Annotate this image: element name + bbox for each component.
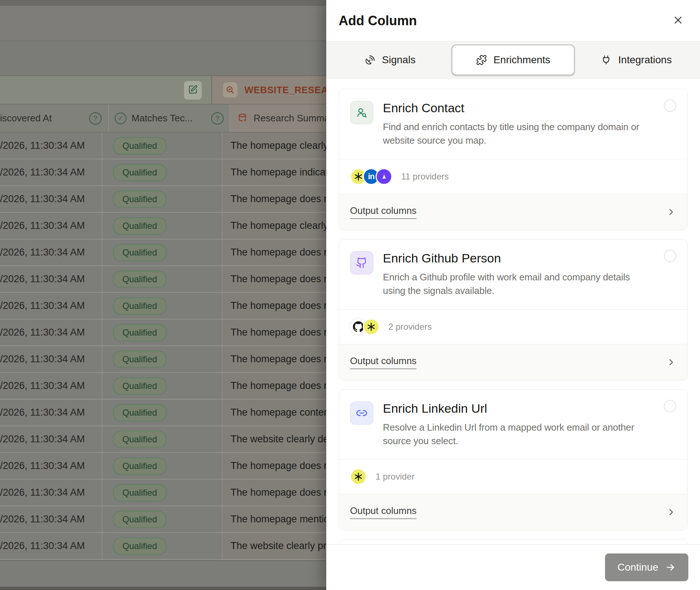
providers-row: 11 providers [339,159,687,194]
column-header-matches: ✓ Matches Tec... ? [109,105,230,132]
table-row: /2026, 11:30:34 AM Qualified The homepag… [0,213,326,239]
drawer-footer: Continue [326,544,700,590]
table-empty-area [0,561,326,587]
table-row: /2026, 11:30:34 AM Qualified The homepag… [0,293,326,319]
cell-matches: Qualified [102,293,222,319]
group-header-website-research: WEBSITE_RESEARCH [212,76,326,104]
provider-avatars [350,168,392,185]
output-columns-toggle[interactable]: Output columns [339,194,687,230]
cell-research-summary: The homepage does not [222,480,326,506]
cell-matches: Qualified [102,319,222,345]
drawer-tab[interactable]: Integrations [575,45,698,75]
continue-label: Continue [617,561,658,573]
cell-discovered-at: /2026, 11:30:34 AM [0,506,102,532]
card-icon [350,401,373,425]
card-texts: Enrich Github Person Enrich a Github pro… [383,251,676,298]
status-badge: Qualified [113,217,167,235]
table-row: /2026, 11:30:34 AM Qualified The homepag… [0,266,326,293]
cell-discovered-at: /2026, 11:30:34 AM [0,133,102,159]
table-row: /2026, 11:30:34 AM Qualified The homepag… [0,159,326,186]
plug-icon [601,54,612,65]
drawer-tab[interactable]: Signals [328,45,452,75]
cell-discovered-at: /2026, 11:30:34 AM [0,346,102,372]
provider-icon [376,168,392,185]
help-icon: ? [89,112,102,125]
cell-research-summary: The homepage mentions [222,506,326,532]
enrichment-card[interactable]: Enrich Contact Find and enrich contacts … [339,89,688,230]
close-button[interactable] [670,13,686,29]
status-badge: Qualified [113,537,167,555]
output-columns-toggle[interactable]: Output columns [339,494,687,530]
cell-matches: Qualified [102,133,222,159]
table-row: /2026, 11:30:34 AM Qualified The homepag… [0,319,326,346]
cell-matches: Qualified [102,480,222,506]
edit-pencil-icon [188,85,198,96]
chevron-right-icon [666,207,676,217]
tab-label: Signals [382,54,416,66]
table-row: /2026, 11:30:34 AM Qualified The homepag… [0,346,326,373]
card-title: Enrich Contact [383,101,647,115]
card-icon [350,251,373,275]
cell-discovered-at: /2026, 11:30:34 AM [0,400,102,426]
cell-matches: Qualified [102,239,222,265]
enrichment-card[interactable]: Enrich Github Person Enrich a Github pro… [339,239,688,381]
status-badge: Qualified [113,484,167,502]
table-row: /2026, 11:30:34 AM Qualified The homepag… [0,186,326,213]
tab-label: Enrichments [494,54,551,66]
table-row: /2026, 11:30:34 AM Qualified The homepag… [0,480,326,506]
providers-count-label: 1 provider [376,472,415,482]
output-columns-toggle[interactable]: Output columns [339,344,687,380]
providers-count-label: 11 providers [401,171,449,182]
status-badge: Qualified [113,511,167,528]
clay-asterisk-icon [354,472,363,481]
card-select-radio[interactable] [664,400,676,412]
enrichment-card[interactable]: Enrich Phone Number Find a contact phone… [339,539,688,544]
column-header-discovered-at: iscovered At ? [0,105,109,132]
status-badge: Qualified [113,377,167,395]
status-badge: Qualified [113,137,167,155]
status-badge: Qualified [113,244,167,261]
cell-discovered-at: /2026, 11:30:34 AM [0,426,102,452]
status-badge: Qualified [113,164,167,181]
cell-research-summary: The homepage does not [222,453,326,479]
group-header-label: WEBSITE_RESEARCH [244,84,326,96]
card-select-radio[interactable] [664,250,676,262]
github-mark-icon [353,321,364,332]
drawer-tab[interactable]: Enrichments [452,45,575,75]
drawer-title: Add Column [339,13,417,29]
cell-discovered-at: /2026, 11:30:34 AM [0,480,102,506]
edit-column-button [184,81,202,100]
status-badge: Qualified [113,190,167,208]
table-row: /2026, 11:30:34 AM Qualified The website… [0,533,326,560]
provider-avatars [350,468,367,485]
close-icon [673,15,683,26]
providers-row: 2 providers [339,309,687,344]
app-top-strip [0,0,326,6]
cell-matches: Qualified [102,453,222,479]
card-description: Find and enrich contacts by title using … [383,120,647,147]
cell-matches: Qualified [102,426,222,452]
cell-discovered-at: /2026, 11:30:34 AM [0,293,102,319]
table-group-header-row: WEBSITE_RESEARCH [0,75,326,104]
cell-research-summary: The website clearly pres [222,533,326,559]
app-bottom-bar [0,587,326,590]
output-columns-label: Output columns [350,505,416,519]
cell-matches: Qualified [102,400,222,426]
cell-research-summary: The homepage clearly id [222,133,326,159]
card-title: Enrich Github Person [383,251,647,265]
cell-research-summary: The homepage indicates [222,159,326,185]
provider-avatars [350,318,380,335]
continue-button[interactable]: Continue [605,553,688,581]
status-badge: Qualified [113,457,167,475]
screen: WEBSITE_RESEARCH iscovered At ? ✓ Matche… [0,0,700,590]
cell-matches: Qualified [102,213,222,239]
card-select-radio[interactable] [664,99,676,112]
output-columns-label: Output columns [350,205,416,219]
card-title: Enrich Linkedin Url [383,401,647,416]
check-circle-icon: ✓ [115,113,126,124]
column-header-label: Research Summary [254,113,326,124]
enrichment-card[interactable]: Enrich Linkedin Url Resolve a Linkedin U… [339,389,688,531]
cell-discovered-at: /2026, 11:30:34 AM [0,213,102,239]
column-header-research-summary: Research Summary [230,105,326,132]
dimmed-backdrop[interactable]: WEBSITE_RESEARCH iscovered At ? ✓ Matche… [0,0,326,590]
